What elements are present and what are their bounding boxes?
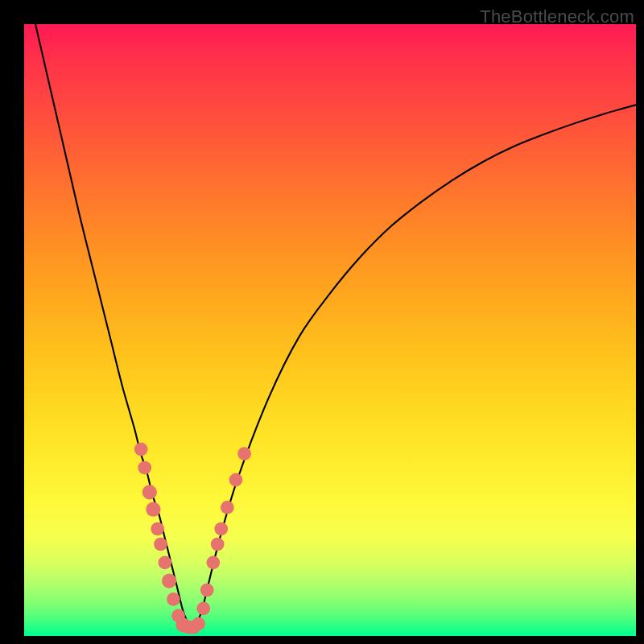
data-point bbox=[192, 617, 205, 630]
data-markers bbox=[134, 443, 251, 634]
bottleneck-curve bbox=[24, 24, 636, 625]
data-point bbox=[146, 502, 160, 517]
data-point bbox=[206, 555, 220, 569]
data-point bbox=[214, 522, 228, 536]
data-point bbox=[162, 573, 176, 588]
data-point bbox=[142, 485, 157, 499]
data-point bbox=[134, 443, 148, 456]
data-point bbox=[200, 584, 214, 597]
data-point bbox=[154, 538, 167, 551]
data-point bbox=[237, 447, 251, 460]
data-point bbox=[221, 501, 234, 514]
data-point bbox=[151, 522, 164, 536]
data-point bbox=[167, 592, 180, 606]
data-point bbox=[211, 538, 225, 551]
data-point bbox=[229, 473, 243, 487]
watermark-text: TheBottleneck.com bbox=[480, 6, 634, 27]
data-point bbox=[158, 555, 171, 569]
plot-area bbox=[24, 24, 636, 636]
chart-container: TheBottleneck.com bbox=[0, 0, 644, 644]
data-point bbox=[138, 461, 151, 475]
data-point bbox=[196, 601, 210, 615]
curve-svg bbox=[24, 24, 636, 636]
